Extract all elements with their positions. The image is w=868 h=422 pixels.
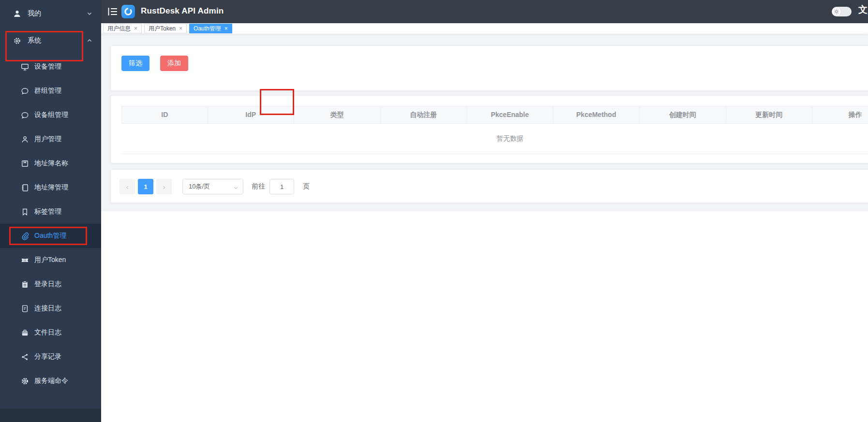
notebook-icon bbox=[21, 184, 29, 192]
sidebar: 我的 系统 设备管理 bbox=[0, 0, 101, 422]
sidebar-item-address-book-name[interactable]: 地址簿名称 bbox=[0, 151, 101, 175]
column-header-created-at: 创建时间 bbox=[640, 106, 726, 123]
gear-solid-icon bbox=[21, 377, 29, 385]
chat-bubble-icon bbox=[21, 87, 29, 95]
tab-oauth-management[interactable]: Oauth管理 × bbox=[189, 24, 232, 33]
close-icon[interactable]: × bbox=[134, 26, 137, 31]
sidebar-item-connection-log[interactable]: 连接日志 bbox=[0, 296, 101, 320]
close-icon[interactable]: × bbox=[179, 26, 182, 31]
hamburger-icon[interactable] bbox=[107, 7, 118, 16]
address-book-icon bbox=[21, 160, 29, 168]
filter-button[interactable]: 筛选 bbox=[121, 56, 150, 71]
pagination: ‹ 1 › 10条/页 前往 页 bbox=[120, 179, 310, 194]
goto-label: 前往 bbox=[252, 182, 265, 191]
column-header-pkce-method: PkceMethod bbox=[554, 106, 640, 123]
sidebar-item-file-log[interactable]: 文件日志 bbox=[0, 320, 101, 345]
tab-user-token[interactable]: 用户Token × bbox=[144, 24, 187, 33]
sidebar-item-login-log[interactable]: 登录日志 bbox=[0, 272, 101, 296]
main-content: 筛选 添加 ID IdP 类型 自动注册 PkceEnable PkceMeth… bbox=[101, 35, 868, 422]
sidebar-item-group-management[interactable]: 群组管理 bbox=[0, 79, 101, 103]
rustdesk-logo bbox=[121, 5, 135, 18]
sidebar-item-share-records[interactable]: 分享记录 bbox=[0, 345, 101, 369]
briefcase-icon bbox=[21, 329, 29, 337]
column-header-idp: IdP bbox=[208, 106, 295, 123]
top-header: RustDesk API Admin 文A bbox=[101, 0, 868, 23]
chevron-down-icon bbox=[233, 185, 239, 190]
table-empty-body: 暂无数据 bbox=[121, 124, 868, 154]
sidebar-item-device-group-management[interactable]: 设备组管理 bbox=[0, 103, 101, 127]
sidebar-section-system[interactable]: 系统 bbox=[0, 27, 101, 54]
language-switch-icon[interactable]: 文A bbox=[858, 5, 868, 15]
share-icon bbox=[21, 353, 29, 361]
paperclip-icon bbox=[21, 232, 29, 240]
sidebar-bottom-strip bbox=[0, 408, 101, 422]
sidebar-section-mine[interactable]: 我的 bbox=[0, 0, 101, 27]
column-header-auto-register: 自动注册 bbox=[381, 106, 467, 123]
sidebar-item-user-token[interactable]: 用户Token bbox=[0, 248, 101, 272]
toolbar-card: 筛选 添加 bbox=[110, 45, 868, 91]
sun-icon bbox=[832, 7, 841, 16]
next-page-button[interactable]: › bbox=[156, 179, 172, 194]
page-size-value: 10条/页 bbox=[189, 182, 210, 191]
tags-view-bar: 用户信息 × 用户Token × Oauth管理 × bbox=[101, 23, 868, 34]
column-header-id: ID bbox=[121, 106, 208, 123]
column-header-actions: 操作 bbox=[812, 106, 868, 123]
page-size-select[interactable]: 10条/页 bbox=[182, 179, 243, 194]
add-button[interactable]: 添加 bbox=[160, 56, 188, 71]
sidebar-item-tag-management[interactable]: 标签管理 bbox=[0, 200, 101, 224]
app-title: RustDesk API Admin bbox=[141, 6, 224, 16]
chevron-down-icon bbox=[87, 11, 92, 16]
gear-icon bbox=[13, 37, 21, 45]
chat-bubble-icon bbox=[21, 111, 29, 119]
sidebar-item-server-commands[interactable]: 服务端命令 bbox=[0, 369, 101, 393]
page-number-button[interactable]: 1 bbox=[138, 179, 153, 194]
user-icon bbox=[13, 10, 21, 18]
column-header-pkce-enable: PkceEnable bbox=[467, 106, 554, 123]
chevron-up-icon bbox=[87, 38, 92, 44]
empty-data-text: 暂无数据 bbox=[121, 134, 868, 143]
table-header-row: ID IdP 类型 自动注册 PkceEnable PkceMethod 创建时… bbox=[121, 106, 868, 124]
sidebar-section-label: 系统 bbox=[28, 36, 41, 45]
prev-page-button[interactable]: ‹ bbox=[120, 179, 135, 194]
bookmark-icon bbox=[21, 208, 29, 216]
tab-user-info[interactable]: 用户信息 × bbox=[103, 24, 142, 33]
monitor-icon bbox=[21, 63, 29, 71]
theme-toggle[interactable] bbox=[832, 7, 852, 16]
user-outline-icon bbox=[21, 135, 29, 144]
sidebar-menu: 设备管理 群组管理 设备组管理 用户管理 bbox=[0, 55, 101, 393]
sidebar-item-device-management[interactable]: 设备管理 bbox=[0, 55, 101, 79]
close-icon[interactable]: × bbox=[224, 26, 228, 31]
document-icon bbox=[21, 305, 29, 313]
sidebar-section-label: 我的 bbox=[28, 9, 41, 18]
clipboard-icon bbox=[21, 280, 29, 289]
pagination-card: ‹ 1 › 10条/页 前往 页 bbox=[110, 169, 868, 203]
goto-page-input[interactable] bbox=[269, 179, 294, 194]
sidebar-item-address-book-management[interactable]: 地址簿管理 bbox=[0, 175, 101, 200]
table-card: ID IdP 类型 自动注册 PkceEnable PkceMethod 创建时… bbox=[110, 95, 868, 163]
rustdesk-api-admin-screen: 我的 系统 设备管理 bbox=[0, 0, 868, 422]
column-header-type: 类型 bbox=[294, 106, 381, 123]
oauth-table: ID IdP 类型 自动注册 PkceEnable PkceMethod 创建时… bbox=[121, 106, 868, 154]
page-unit-label: 页 bbox=[303, 182, 310, 191]
token-icon bbox=[21, 256, 29, 264]
column-header-updated-at: 更新时间 bbox=[726, 106, 813, 123]
sidebar-item-user-management[interactable]: 用户管理 bbox=[0, 127, 101, 151]
sidebar-item-oauth-management[interactable]: Oauth管理 bbox=[0, 224, 101, 248]
